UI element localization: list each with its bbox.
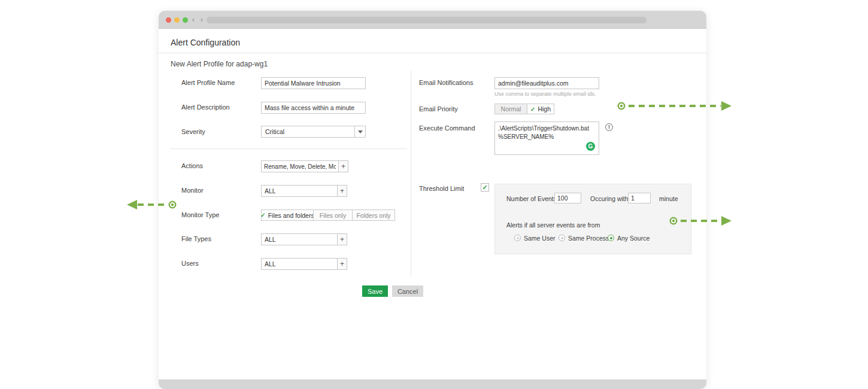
monitor-type-option-label: Files only — [320, 212, 346, 219]
email-notifications-input[interactable] — [494, 77, 599, 89]
execute-command-textarea[interactable] — [494, 121, 599, 155]
radio-same-process[interactable] — [559, 235, 565, 241]
threshold-limit-checkbox[interactable]: ✓ — [481, 183, 489, 192]
check-icon: ✓ — [260, 212, 265, 218]
users-input[interactable] — [261, 258, 338, 270]
form-subtitle: New Alert Profile for adap-wg1 — [171, 60, 268, 68]
close-window-button[interactable] — [166, 17, 171, 23]
actions-input[interactable] — [261, 160, 339, 172]
section-divider — [171, 148, 407, 149]
monitor-type-option-files-and-folders[interactable]: ✓ Files and folders — [261, 209, 314, 221]
monitor-label: Monitor — [181, 187, 204, 194]
profile-name-label: Alert Profile Name — [181, 79, 235, 86]
description-label: Alert Description — [181, 104, 230, 111]
monitor-type-option-label: Files and folders — [268, 212, 314, 219]
severity-value: Critical — [265, 128, 284, 135]
file-types-add-icon[interactable]: + — [337, 233, 347, 245]
file-types-label: File Types — [181, 235, 211, 242]
monitor-input[interactable] — [261, 185, 338, 197]
radio-any-source-label[interactable]: Any Source — [617, 235, 650, 242]
page-title: Alert Configuration — [171, 38, 240, 47]
monitor-type-option-label: Folders only — [356, 212, 390, 219]
threshold-panel: Number of Events Occuring within minute … — [494, 184, 691, 254]
file-types-input[interactable] — [261, 233, 338, 245]
threshold-limit-label: Threshold Limit — [419, 185, 464, 192]
back-icon[interactable]: ‹ — [190, 15, 197, 24]
monitor-type-label: Monitor Type — [181, 211, 219, 218]
monitor-type-option-files-only[interactable]: Files only — [313, 209, 353, 221]
monitor-type-option-folders-only[interactable]: Folders only — [352, 209, 395, 221]
radio-same-user[interactable] — [514, 235, 521, 241]
url-bar[interactable] — [207, 17, 647, 23]
monitor-type-segmented: ✓ Files and folders Files only Folders o… — [261, 209, 395, 221]
occuring-within-label: Occuring within — [590, 195, 633, 202]
radio-same-process-label[interactable]: Same Process — [568, 235, 609, 242]
execute-command-label: Execute Command — [419, 124, 475, 132]
browser-window: ‹ › Alert Configuration New Alert Profil… — [159, 11, 706, 389]
email-priority-option-label: High — [538, 105, 551, 113]
number-of-events-input[interactable] — [554, 193, 581, 203]
severity-select[interactable]: Critical — [261, 126, 366, 138]
number-of-events-label: Number of Events — [506, 195, 557, 202]
radio-same-user-label[interactable]: Same User — [524, 235, 556, 242]
header-divider — [159, 53, 706, 53]
email-priority-toggle: Normal ✓ High — [494, 104, 554, 114]
check-icon: ✓ — [530, 106, 535, 113]
grammarly-icon[interactable]: G — [586, 142, 595, 151]
email-notifications-label: Email Notifications — [419, 79, 473, 86]
email-priority-option-label: Normal — [501, 105, 521, 113]
severity-label: Severity — [181, 128, 205, 135]
email-priority-label: Email Priority — [419, 105, 458, 113]
occuring-within-input[interactable] — [628, 193, 651, 203]
email-priority-option-high[interactable]: ✓ High — [527, 104, 554, 114]
actions-add-icon[interactable]: + — [338, 160, 348, 172]
save-button[interactable]: Save — [362, 285, 388, 297]
cancel-button[interactable]: Cancel — [392, 285, 423, 297]
chevron-down-icon — [354, 126, 365, 137]
email-hint: Use comma to separate multiple email ids… — [494, 91, 596, 97]
email-priority-option-normal[interactable]: Normal — [494, 104, 527, 114]
window-footer — [159, 379, 706, 389]
info-icon[interactable]: ! — [605, 123, 613, 131]
minute-unit-label: minute — [659, 195, 678, 202]
profile-name-input[interactable] — [261, 77, 366, 89]
minimize-window-button[interactable] — [174, 17, 180, 23]
browser-chrome: ‹ › — [159, 11, 706, 29]
maximize-window-button[interactable] — [183, 17, 188, 23]
users-label: Users — [181, 260, 199, 267]
radio-any-source[interactable] — [608, 235, 614, 241]
forward-icon[interactable]: › — [198, 15, 205, 24]
monitor-add-icon[interactable]: + — [337, 185, 347, 197]
events-source-label: Alerts if all server events are from — [506, 221, 600, 229]
description-input[interactable] — [261, 102, 366, 114]
column-divider — [411, 71, 411, 277]
users-add-icon[interactable]: + — [337, 258, 347, 270]
actions-label: Actions — [181, 162, 203, 169]
canvas: ‹ › Alert Configuration New Alert Profil… — [0, 0, 868, 389]
